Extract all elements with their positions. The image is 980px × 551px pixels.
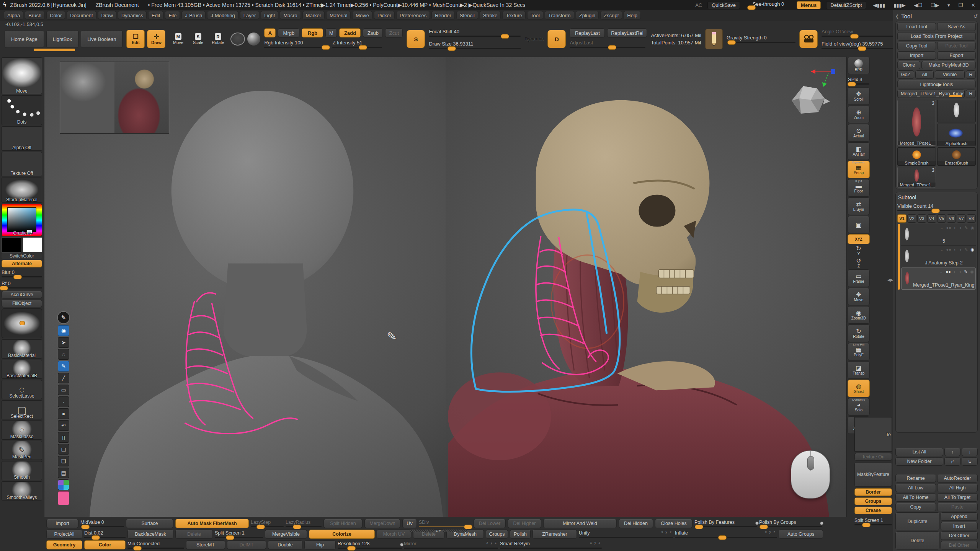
- paste-tool-button[interactable]: Paste Tool: [937, 42, 976, 50]
- minimize-icon[interactable]: ▾: [946, 2, 952, 8]
- restore-icon[interactable]: ❐: [957, 2, 964, 8]
- palette-left-icon[interactable]: ◀❐: [913, 2, 924, 8]
- zscript[interactable]: Zscript: [600, 11, 622, 20]
- tool-thumb-merged-tpose-2[interactable]: 3 Merged_TPose1_: [897, 167, 936, 187]
- pen-tool-badge[interactable]: ✎: [57, 311, 70, 324]
- active-tool-name[interactable]: Merged_TPose1_Ryan_Kingsli: [897, 90, 965, 98]
- scale-button[interactable]: SScale: [189, 30, 207, 48]
- canvas-right-view[interactable]: [446, 57, 846, 517]
- min-connected-slider[interactable]: Min Connected: [127, 540, 184, 550]
- selectlasso-thumb[interactable]: ◌SelectLasso: [2, 380, 42, 399]
- rgb-intensity-slider[interactable]: Rgb Intensity 100: [264, 38, 330, 50]
- lock-camera-icon[interactable]: ▣: [848, 216, 870, 233]
- groups-crease-button[interactable]: Groups: [854, 497, 892, 505]
- duplicate-button[interactable]: Duplicate: [895, 512, 939, 530]
- subtool-tab-v7[interactable]: V7: [957, 214, 966, 223]
- delete-subtool-button[interactable]: Delete: [895, 531, 939, 549]
- resolution-slider[interactable]: Resolution 128: [338, 540, 402, 550]
- zoom-button[interactable]: ⊕Zoom: [848, 106, 870, 123]
- cursor-icon[interactable]: ➤: [58, 337, 69, 348]
- shelf-divider-handle[interactable]: ▲▼: [410, 529, 467, 533]
- edit[interactable]: Edit: [148, 11, 163, 20]
- move-up-button[interactable]: ↑: [944, 448, 960, 456]
- rename-button[interactable]: Rename: [895, 474, 936, 483]
- subtool-mini-icon[interactable]: ◐: [954, 225, 957, 230]
- menus-button[interactable]: Menus: [797, 1, 821, 9]
- undo-icon[interactable]: ↶: [58, 420, 69, 431]
- all-to-target-button[interactable]: All To Target: [937, 493, 978, 502]
- subtool-item[interactable]: ⌄●●◐◑✎◉Merged_TPose1_Ryan_Kingslie: [901, 267, 976, 290]
- bpr-button[interactable]: BPR: [848, 57, 870, 74]
- camera-icon[interactable]: [799, 30, 818, 48]
- restore-configuration-icon[interactable]: ↺: [973, 13, 978, 19]
- paste-subtool-button[interactable]: Paste: [937, 503, 978, 511]
- dist-slider[interactable]: Dist 0.02: [84, 529, 126, 539]
- crease-button[interactable]: Crease: [854, 507, 892, 514]
- visible-count-slider[interactable]: Visible Count 14: [897, 202, 976, 213]
- subtool-scrollbar[interactable]: [898, 224, 900, 290]
- zscript-button[interactable]: DefaultZScript: [826, 1, 866, 9]
- adjust-last-slider[interactable]: AdjustLast: [570, 38, 645, 50]
- subtool-tab-v4[interactable]: V4: [927, 214, 936, 223]
- lazystep-slider[interactable]: LazyStep: [251, 518, 284, 528]
- goz-all-button[interactable]: All: [915, 70, 934, 79]
- persp-button[interactable]: Dynamic▦Persp: [848, 161, 870, 178]
- mergedown-button[interactable]: MergeDown: [364, 519, 400, 528]
- insert-button[interactable]: Insert: [941, 522, 978, 530]
- storemt-button[interactable]: StoreMT: [186, 540, 225, 549]
- zplugin[interactable]: Zplugin: [576, 11, 599, 20]
- subtool-mini-icon[interactable]: ●●: [946, 225, 951, 230]
- midvalue-slider[interactable]: MidValue 0: [80, 518, 124, 528]
- zcut-button[interactable]: Zcut: [385, 28, 403, 37]
- pencil-icon[interactable]: ╱: [58, 373, 69, 383]
- document[interactable]: Document: [67, 11, 96, 20]
- color-palette-icon[interactable]: [58, 479, 69, 490]
- make-polymesh3d-button[interactable]: Make PolyMesh3D: [921, 61, 976, 69]
- picker[interactable]: Picker: [374, 11, 395, 20]
- quicksave-button[interactable]: QuickSave: [707, 1, 740, 9]
- auto-mask-fibermesh-button[interactable]: Auto Mask FiberMesh: [175, 519, 249, 528]
- transform[interactable]: Transform: [545, 11, 574, 20]
- subtool-mini-icon[interactable]: ✎: [964, 247, 968, 252]
- alternate-button[interactable]: Alternate: [2, 260, 42, 267]
- backfacemask-button[interactable]: BackfaceMask: [127, 530, 173, 539]
- goz-visible-button[interactable]: Visible: [935, 70, 965, 79]
- file[interactable]: File: [165, 11, 180, 20]
- uv-button[interactable]: Uv: [402, 519, 417, 528]
- material[interactable]: Material: [326, 11, 351, 20]
- mirror-and-weld-button[interactable]: Mirror And Weld: [543, 519, 617, 528]
- transp-button[interactable]: ◪Transp: [848, 361, 870, 379]
- ring-icon[interactable]: [230, 33, 245, 46]
- subtool-mini-icon[interactable]: ✎: [964, 269, 967, 274]
- rgb-button[interactable]: Rgb: [302, 28, 323, 37]
- tool-thumb-polymesh-figure[interactable]: [937, 100, 976, 122]
- delete-layer-button[interactable]: Delete: [175, 530, 213, 539]
- smart-resym-slider[interactable]: Smart ReSymx y z: [500, 540, 602, 550]
- texture-off-thumb[interactable]: Texture Off: [2, 152, 42, 176]
- subtool-mini-icon[interactable]: ◐: [954, 247, 957, 252]
- goz-button[interactable]: GoZ: [897, 70, 914, 79]
- edit-button[interactable]: ❏Edit: [126, 30, 145, 48]
- y-rotate-button[interactable]: ↻Y: [848, 245, 869, 256]
- camera-head-preview[interactable]: [787, 81, 835, 119]
- tool-thumb-eraserbrush[interactable]: EraserBrush: [937, 147, 976, 166]
- lightbox-tools-button[interactable]: Lightbox▶Tools: [897, 80, 976, 88]
- a-toggle[interactable]: A: [264, 28, 276, 37]
- reference-thumb-anatomy-figure[interactable]: [114, 62, 169, 133]
- subtool-mini-icon[interactable]: ⌄: [940, 225, 943, 230]
- del-other-2-button[interactable]: Del Other: [941, 541, 978, 549]
- palette-right-icon[interactable]: ❐▶: [929, 2, 941, 8]
- new-folder-button[interactable]: New Folder: [895, 457, 943, 466]
- see-through-slider[interactable]: See-through 0: [745, 1, 791, 9]
- mask-by-feature-button[interactable]: MaskByFeature: [854, 462, 892, 487]
- move-view-button[interactable]: ✥Move: [848, 288, 870, 305]
- fillobject-button[interactable]: FillObject: [2, 300, 42, 307]
- autoreorder-button[interactable]: AutoReorder: [937, 474, 978, 483]
- copy-tool-button[interactable]: Copy Tool: [897, 42, 936, 50]
- border-button[interactable]: Border: [854, 488, 892, 496]
- colorize-button[interactable]: Colorize: [309, 530, 375, 539]
- brush[interactable]: Brush: [25, 11, 45, 20]
- load-tool-button[interactable]: Load Tool: [897, 23, 936, 31]
- pencil-tool-preview[interactable]: [705, 29, 723, 49]
- gravity-strength-slider[interactable]: Gravity Strength 0: [727, 33, 795, 45]
